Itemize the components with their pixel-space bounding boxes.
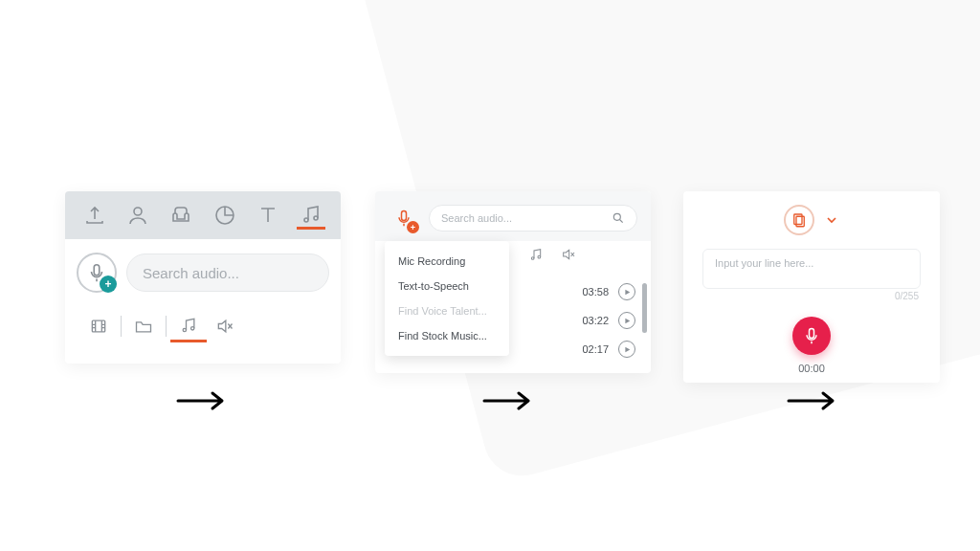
person-icon[interactable]	[123, 201, 152, 230]
pie-icon[interactable]	[211, 201, 239, 230]
magnify-icon	[612, 211, 625, 225]
menu-item-tts[interactable]: Text-to-Speech	[385, 274, 509, 298]
svg-rect-12	[794, 214, 802, 225]
mic-add-button[interactable]: +	[77, 253, 117, 293]
svg-point-9	[613, 213, 620, 220]
play-button[interactable]	[618, 341, 635, 358]
chevron-down-icon[interactable]	[824, 212, 839, 228]
upload-icon[interactable]	[80, 201, 109, 230]
svg-point-11	[538, 255, 541, 258]
text-icon[interactable]	[254, 201, 282, 230]
add-audio-menu: Mic Recording Text-to-Speech Find Voice …	[385, 241, 509, 356]
plus-icon: +	[407, 221, 419, 233]
armchair-icon[interactable]	[167, 201, 195, 230]
search-input[interactable]: Search audio...	[126, 253, 329, 292]
svg-point-6	[183, 328, 186, 331]
music-icon[interactable]	[526, 245, 546, 264]
search-placeholder: Search audio...	[143, 265, 239, 281]
mic-add-button-small[interactable]: +	[389, 203, 419, 233]
track-row[interactable]: 03:58	[526, 277, 635, 306]
music-tab-icon[interactable]	[170, 310, 207, 342]
svg-point-2	[304, 218, 308, 222]
track-row[interactable]: 03:22	[526, 306, 635, 335]
play-button[interactable]	[618, 283, 635, 300]
svg-rect-5	[92, 320, 104, 332]
svg-rect-8	[402, 211, 407, 221]
svg-point-10	[531, 257, 534, 260]
arrow-right-icon	[787, 390, 838, 411]
audio-library-panel: + Search audio...	[65, 191, 341, 364]
script-icon[interactable]	[784, 205, 814, 235]
menu-item-stock-music[interactable]: Find Stock Music...	[385, 323, 509, 348]
record-line-panel: Input your line here... 0/255 00:00	[683, 191, 940, 383]
track-row[interactable]: 02:17	[526, 335, 635, 364]
svg-point-7	[191, 326, 194, 329]
svg-rect-13	[796, 216, 804, 227]
svg-rect-14	[810, 329, 814, 339]
audio-menu-panel: + Search audio... Mic Recording Text-to-…	[375, 191, 651, 373]
arrow-right-icon	[482, 390, 534, 411]
record-timer: 00:00	[683, 363, 940, 374]
top-tab-row	[65, 191, 341, 239]
track-duration: 03:58	[582, 286, 609, 298]
char-counter: 0/255	[683, 291, 940, 301]
svg-point-3	[314, 216, 318, 220]
line-input[interactable]: Input your line here...	[702, 249, 921, 289]
menu-item-voice-talent: Find Voice Talent...	[385, 298, 509, 323]
speaker-mute-icon[interactable]	[207, 310, 243, 342]
record-button[interactable]	[792, 317, 831, 355]
folder-icon[interactable]	[125, 310, 162, 342]
search-input[interactable]: Search audio...	[429, 205, 637, 231]
bottom-tab-row	[65, 302, 341, 342]
line-placeholder: Input your line here...	[715, 257, 813, 269]
scrollbar-thumb[interactable]	[642, 283, 647, 333]
play-button[interactable]	[618, 312, 635, 329]
speaker-mute-icon[interactable]	[559, 245, 578, 264]
film-icon[interactable]	[80, 310, 117, 342]
plus-icon: +	[100, 276, 117, 293]
music-icon[interactable]	[297, 201, 325, 230]
search-placeholder: Search audio...	[441, 212, 512, 224]
track-duration: 02:17	[582, 343, 609, 355]
svg-point-0	[134, 208, 142, 215]
svg-rect-4	[94, 265, 100, 276]
track-duration: 03:22	[582, 315, 609, 326]
arrow-right-icon	[176, 390, 228, 411]
menu-item-mic-recording[interactable]: Mic Recording	[385, 249, 509, 274]
